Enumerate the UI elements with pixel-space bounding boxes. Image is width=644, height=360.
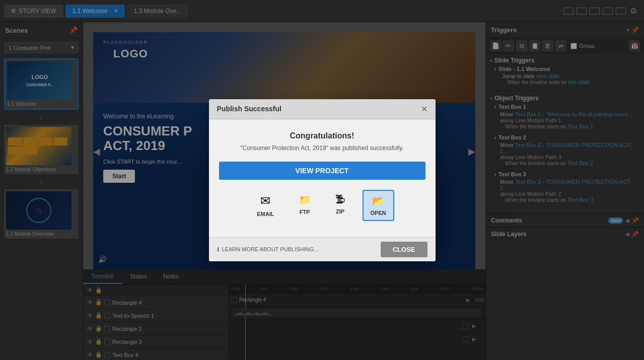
modal-title-bar: Publish Successful ✕ xyxy=(209,99,436,119)
action-zip[interactable]: 🗜 ZIP xyxy=(328,190,352,221)
learn-more-link[interactable]: ℹ LEARN MORE ABOUT PUBLISHING... xyxy=(217,246,319,253)
open-label: OPEN xyxy=(371,210,386,216)
ftp-label: FTP xyxy=(300,209,310,215)
email-label: EMAIL xyxy=(257,211,274,217)
open-icon: 📂 xyxy=(372,195,385,207)
action-email[interactable]: ✉ EMAIL xyxy=(250,190,281,221)
modal-overlay: Publish Successful ✕ Congratulations! "C… xyxy=(0,0,644,360)
close-button[interactable]: CLOSE xyxy=(381,242,427,257)
action-open[interactable]: 📂 OPEN xyxy=(363,190,394,221)
ftp-icon: 📁 xyxy=(299,194,311,206)
modal-footer: ℹ LEARN MORE ABOUT PUBLISHING... CLOSE xyxy=(209,237,436,261)
modal-message: "Consumer Protection Act, 2019" was publ… xyxy=(219,145,425,152)
view-project-button[interactable]: VIEW PROJECT xyxy=(219,162,425,180)
modal-actions: ✉ EMAIL 📁 FTP 🗜 ZIP 📂 OPEN xyxy=(219,190,425,221)
zip-label: ZIP xyxy=(336,208,344,214)
modal-congrats: Congratulations! xyxy=(219,131,425,140)
email-icon: ✉ xyxy=(260,194,270,208)
publish-modal: Publish Successful ✕ Congratulations! "C… xyxy=(209,99,436,261)
zip-icon: 🗜 xyxy=(335,194,345,205)
learn-more-text: LEARN MORE ABOUT PUBLISHING... xyxy=(222,246,319,252)
modal-title: Publish Successful xyxy=(217,105,281,113)
modal-close-x-button[interactable]: ✕ xyxy=(421,104,427,114)
modal-body: Congratulations! "Consumer Protection Ac… xyxy=(209,119,436,237)
info-icon: ℹ xyxy=(217,246,219,253)
action-ftp[interactable]: 📁 FTP xyxy=(292,190,318,221)
